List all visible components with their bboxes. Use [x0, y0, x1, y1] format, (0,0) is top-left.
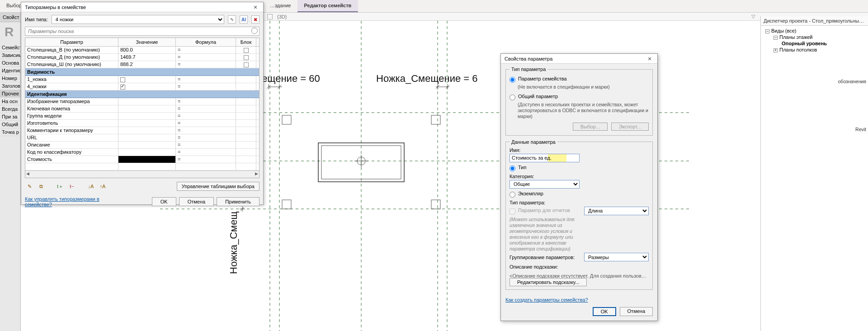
del-param-icon[interactable]: t− — [67, 182, 76, 190]
report-hint: (Может использоваться для извлечения зна… — [509, 217, 580, 252]
view-name: {3D} — [277, 14, 287, 19]
export-button: Экспорт... — [611, 123, 649, 131]
app-logo: R — [0, 22, 20, 44]
param-type-label: Тип параметра: — [509, 200, 580, 205]
table-row[interactable]: Столешница_В (по умолчанию)800.0= — [25, 47, 259, 54]
param-type-group: Тип параметра — [509, 66, 547, 72]
help-link[interactable]: Как создать параметры семейства? — [505, 297, 588, 303]
prop-row[interactable]: На осн — [0, 98, 20, 105]
col-parameter[interactable]: Параметр — [25, 38, 118, 46]
pencil-icon[interactable]: ✎ — [25, 182, 34, 190]
col-formula[interactable]: Формула — [176, 38, 236, 46]
select-button: Выбор... — [573, 123, 608, 131]
name-input[interactable] — [509, 154, 580, 162]
col-value[interactable]: Значение — [118, 38, 176, 46]
edit-tip-button[interactable]: Редактировать подсказку... — [509, 278, 587, 286]
apply-button[interactable]: Применить — [217, 197, 259, 206]
close-icon[interactable]: × — [251, 4, 259, 11]
ribbon-tab-create[interactable]: …здание — [264, 0, 298, 12]
table-row[interactable]: URL= — [25, 134, 259, 142]
properties-panel: Свойст R Семейст Зависим Основа Идентиф … — [0, 13, 21, 331]
table-row[interactable]: 1_ножка= — [25, 76, 259, 83]
svg-rect-15 — [282, 200, 291, 209]
horizontal-scrollbar[interactable] — [25, 170, 259, 178]
table-row — [25, 163, 259, 170]
svg-rect-14 — [431, 115, 440, 124]
prop-row[interactable]: Прочее — [0, 90, 20, 98]
svg-rect-13 — [282, 115, 291, 124]
search-icon[interactable] — [251, 28, 258, 34]
sort-asc-icon[interactable]: ↓A — [86, 182, 95, 190]
category-label: Категория: — [509, 174, 580, 179]
new-param-icon[interactable]: t＋ — [56, 182, 65, 190]
param-data-group: Данные параметра — [509, 139, 557, 145]
grouping-select[interactable]: Размеры — [584, 253, 649, 261]
table-row[interactable]: Описание= — [25, 142, 259, 149]
prop-row[interactable]: Идентиф — [0, 67, 20, 75]
prop-row[interactable]: Семейст — [0, 44, 20, 52]
family-param-radio[interactable]: Параметр семейства — [509, 76, 649, 83]
sort-desc-icon[interactable]: ↑A — [98, 182, 107, 190]
table-row[interactable]: Столешница_Д (по умолчанию)1469.7= — [25, 54, 259, 61]
table-row[interactable]: 4_ножки= — [25, 83, 259, 90]
type-name-label: Имя типа: — [25, 17, 48, 22]
tip-label: Описание подсказки: — [509, 264, 580, 270]
prop-row[interactable]: Номер — [0, 75, 20, 82]
tree-ref-level[interactable]: Опорный уровень — [763, 40, 866, 47]
dim-label-v: Ножка_Смещ — [228, 211, 239, 274]
close-icon[interactable]: × — [646, 55, 654, 62]
tree-ceiling-plans[interactable]: +Планы потолков — [763, 47, 866, 53]
cancel-button[interactable]: Отмена — [179, 197, 214, 206]
type-radio[interactable]: Тип — [509, 165, 580, 171]
table-row[interactable]: Изображение типоразмера= — [25, 98, 259, 105]
prop-row[interactable]: Всегда — [0, 105, 20, 113]
project-browser-title: Диспетчер проекта - Стол_прямоугольный_у… — [761, 16, 868, 26]
cancel-button[interactable]: Отмена — [620, 307, 653, 316]
dialog-title: Свойства параметра — [505, 56, 552, 61]
dim-label-1: мещение = 60 — [255, 73, 320, 84]
dialog-title: Типоразмеры в семействе — [25, 5, 86, 10]
view-tab-chevron-icon[interactable]: ▽ — [751, 14, 755, 19]
family-param-hint: (Не включается в спецификации и марки) — [509, 84, 649, 90]
prop-row[interactable]: Общий — [0, 121, 20, 128]
table-row[interactable]: Изготовитель= — [25, 120, 259, 127]
ribbon-tab-family-editor[interactable]: Редактор семейств — [297, 0, 358, 12]
type-name-select[interactable]: 4 ножки — [52, 15, 224, 24]
table-row[interactable]: Группа модели= — [25, 113, 259, 120]
manage-lookup-button[interactable]: Управление таблицами выбора — [177, 182, 259, 191]
prop-row[interactable]: Зависим — [0, 52, 20, 59]
project-browser: Диспетчер проекта - Стол_прямоугольный_у… — [760, 16, 868, 331]
prop-row[interactable]: Основа — [0, 59, 20, 67]
help-link[interactable]: Как управлять типоразмерами в семействе? — [25, 196, 115, 207]
ok-button[interactable]: OK — [593, 307, 616, 316]
table-row[interactable]: Столешница_Ш (по умолчанию)888.2= — [25, 61, 259, 68]
new-type-icon[interactable]: ✎ — [228, 15, 236, 24]
tree-views[interactable]: −Виды (все) — [763, 28, 866, 34]
prop-row[interactable]: Заголов — [0, 82, 20, 90]
category-select[interactable]: Общие — [509, 180, 580, 189]
clipped-text: обозначения — [838, 79, 866, 84]
group-visibility[interactable]: Видимость — [25, 68, 259, 76]
col-block[interactable]: Блок — [236, 38, 256, 46]
param-type-select[interactable]: Длина — [584, 207, 649, 215]
shared-param-hint: (Доступен в нескольких проектах и семейс… — [509, 102, 649, 119]
home-icon[interactable] — [267, 14, 273, 19]
table-row[interactable]: Ключевая пометка= — [25, 105, 259, 113]
instance-radio[interactable]: Экземпляр — [509, 191, 580, 198]
table-row-cost[interactable]: Стоимость= — [25, 156, 259, 163]
prop-row[interactable]: Точка р — [0, 128, 20, 136]
grouping-label: Группирование параметров: — [509, 255, 580, 260]
tree-floor-plans[interactable]: −Планы этажей — [763, 34, 866, 40]
rename-type-icon[interactable]: AI — [240, 15, 248, 24]
group-identity[interactable]: Идентификация — [25, 90, 259, 98]
properties-header: Свойст — [0, 13, 20, 22]
shared-param-radio[interactable]: Общий параметр — [509, 94, 649, 100]
delete-type-icon[interactable]: ✖ — [251, 15, 259, 24]
ok-button[interactable]: OK — [152, 197, 176, 206]
copy-icon[interactable]: ⧉ — [37, 182, 46, 190]
report-checkbox: Параметр для отчетов — [509, 208, 580, 214]
table-row[interactable]: Код по классификатору= — [25, 149, 259, 156]
search-input[interactable] — [25, 27, 259, 36]
prop-row[interactable]: При за — [0, 113, 20, 121]
table-row[interactable]: Комментарии к типоразмеру= — [25, 127, 259, 134]
